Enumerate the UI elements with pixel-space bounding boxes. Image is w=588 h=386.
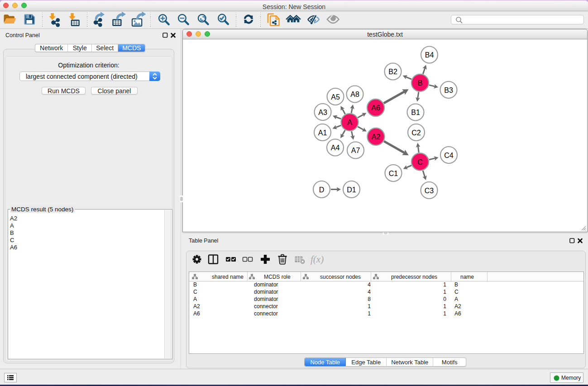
svg-text:C4: C4 bbox=[444, 152, 454, 159]
svg-text:C1: C1 bbox=[389, 170, 398, 177]
svg-text:A4: A4 bbox=[331, 144, 340, 152]
svg-text:A3: A3 bbox=[318, 109, 327, 116]
svg-text:A6: A6 bbox=[371, 104, 380, 112]
svg-text:B2: B2 bbox=[388, 68, 397, 76]
svg-text:D1: D1 bbox=[347, 186, 356, 194]
svg-text:B: B bbox=[418, 79, 423, 87]
svg-text:f(x): f(x) bbox=[311, 254, 324, 265]
svg-text:C: C bbox=[417, 158, 423, 166]
svg-text:A8: A8 bbox=[350, 91, 359, 98]
svg-text:B4: B4 bbox=[425, 51, 434, 59]
svg-text:A1: A1 bbox=[318, 129, 327, 137]
svg-text:A7: A7 bbox=[351, 147, 360, 154]
svg-text:A5: A5 bbox=[331, 93, 340, 101]
svg-text:C3: C3 bbox=[425, 187, 434, 195]
svg-text:A: A bbox=[347, 119, 352, 126]
svg-text:A2: A2 bbox=[372, 133, 381, 141]
svg-text:C2: C2 bbox=[411, 129, 421, 137]
svg-text:B3: B3 bbox=[444, 86, 453, 94]
svg-text:B1: B1 bbox=[411, 109, 420, 116]
svg-text:D: D bbox=[319, 186, 325, 194]
